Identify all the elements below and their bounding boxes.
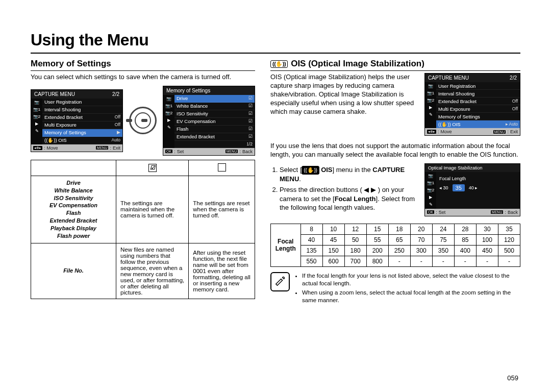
menu-row: User Registration xyxy=(436,82,520,90)
camera1-icon: 📷1 xyxy=(31,107,42,113)
lcd-capture-menu-ois: CAPTURE MENU 2/2 📷 📷1 📷2 ▶ ✎ User Regist xyxy=(424,73,520,136)
menu-row: Flash☑ xyxy=(174,126,255,133)
heading-text: Memory of Settings xyxy=(31,59,111,69)
menu-key-icon: MENU xyxy=(493,130,506,134)
table-row: Focal Length 8101215182024283035 xyxy=(271,224,520,234)
menu-row: ISO Sensitivity☑ xyxy=(174,110,255,118)
lcd-menu-list: User Registration Interval Shooting Exte… xyxy=(42,99,122,144)
menu-row: Multi ExposureOff xyxy=(436,105,520,113)
section-heading-memory: Memory of Settings xyxy=(31,59,255,71)
camera1-icon: 📷1 xyxy=(163,103,174,109)
memory-settings-table: ☑ Drive White Balance ISO Sensitivity EV… xyxy=(31,160,255,299)
menu-row: White Balance☑ xyxy=(174,103,255,110)
play-icon: ▶ xyxy=(425,105,436,111)
setting-name-fileno: File No. xyxy=(31,243,116,299)
menu-pager: 1/2 xyxy=(174,141,255,148)
direction-pad-icon xyxy=(129,107,157,134)
lcd-menu-list: User Registration Interval Shooting Exte… xyxy=(436,82,520,128)
play-icon: ▶ xyxy=(425,194,436,201)
lcd-menu-list: Drive☑ White Balance☑ ISO Sensitivity☑ E… xyxy=(174,95,255,148)
note-item: When using a zoom lens, select the actua… xyxy=(302,289,520,304)
section-heading-ois: ((✋)) OIS (Optical Image Stabilization) xyxy=(270,59,520,71)
focal-panel: Focal Length ◂ 30 35 40 ▸ xyxy=(436,172,520,209)
menu-key-icon: MENU xyxy=(96,146,109,150)
lcd-sidebar: 📷 📷1 📷2 ▶ ✎ xyxy=(425,172,436,209)
menu-key-icon: MENU xyxy=(226,150,238,153)
lcd-footer: OK : Set MENU : Back xyxy=(425,209,520,216)
menu-row: User Registration xyxy=(42,99,122,106)
right-column: ((✋)) OIS (Optical Image Stabilization) … xyxy=(270,59,520,306)
lcd-sidebar: 📷 📷1 📷2 ▶ ✎ xyxy=(425,82,436,128)
lcd-title: Memory of Settings xyxy=(166,88,210,93)
play-icon: ▶ xyxy=(31,121,42,127)
page-title: Using the Menu xyxy=(31,31,520,50)
checked-behavior: The settings are maintained when the cam… xyxy=(116,176,189,243)
menu-row-selected: Memory of Settings▶ xyxy=(42,129,122,137)
column-checked-header: ☑ xyxy=(116,160,189,176)
edit-icon: ✎ xyxy=(31,128,42,134)
lcd-row: CAPTURE MENU 2/2 📷 📷1 📷2 ▶ ✎ User Regist xyxy=(31,86,255,156)
menu-row: Interval Shooting xyxy=(436,90,520,97)
focal-length-label: Focal Length xyxy=(439,175,517,184)
focal-value: 40 ▸ xyxy=(469,185,478,190)
lcd-title: CAPTURE MENU xyxy=(428,75,469,81)
menu-row: Extended BracketOff xyxy=(42,114,122,121)
play-icon: ▶ xyxy=(163,117,174,124)
menu-row: Extended BracketOff xyxy=(436,97,520,105)
ois-hand-icon: ((✋)) xyxy=(302,166,319,175)
camera2-icon: 📷2 xyxy=(163,110,174,116)
lcd-page: 2/2 xyxy=(510,75,517,81)
lcd-capture-menu: CAPTURE MENU 2/2 📷 📷1 📷2 ▶ ✎ User Regist xyxy=(31,89,123,152)
step-1: Select [((✋)) OIS] menu in the CAPTURE M… xyxy=(280,165,417,183)
table-row: Drive White Balance ISO Sensitivity EV C… xyxy=(31,176,255,243)
lcd-footer: OK : Set MENU : Back xyxy=(163,148,255,155)
ok-key-icon: OK xyxy=(427,210,434,214)
camera-icon: 📷 xyxy=(163,96,174,102)
ok-key-icon: OK xyxy=(165,150,172,153)
edit-icon: ✎ xyxy=(425,112,436,118)
table-row: 135150180200250300350400450500 xyxy=(271,245,520,256)
camera2-icon: 📷2 xyxy=(425,187,436,193)
nav-key-icon: ◂⊕▸ xyxy=(33,146,42,150)
lcd-sidebar: 📷 📷1 📷2 ▶ ✎ xyxy=(31,99,42,144)
menu-row: Extended Bracket☑ xyxy=(174,133,255,141)
ois-steps: Select [((✋)) OIS] menu in the CAPTURE M… xyxy=(270,165,417,214)
edit-icon: ✎ xyxy=(425,202,436,208)
left-column: Memory of Settings You can select which … xyxy=(31,59,255,306)
heading-text: OIS (Optical Image Stabilization) xyxy=(291,59,424,69)
menu-row-selected: ((✋)) OIS▸ Auto xyxy=(436,120,520,128)
camera2-icon: 📷2 xyxy=(31,114,42,120)
camera1-icon: 📷1 xyxy=(425,90,436,96)
focal-value-selected: 35 xyxy=(453,184,465,191)
focal-value: ◂ 30 xyxy=(439,185,448,190)
camera-icon: 📷 xyxy=(31,100,42,106)
lcd-page: 2/2 xyxy=(112,91,119,97)
note-callout: If the focal length for your lens is not… xyxy=(270,272,520,306)
ois-lens-note: If you use the lens that does not suppor… xyxy=(270,142,520,159)
lcd-ois-focal: Optical Image Stabilization 📷 📷1 📷2 ▶ ✎ … xyxy=(424,163,520,216)
manual-page: Using the Menu Memory of Settings You ca… xyxy=(31,31,520,306)
checked-behavior: New files are named using numbers that f… xyxy=(116,243,189,299)
page-number: 059 xyxy=(507,374,518,382)
camera2-icon: 📷2 xyxy=(425,97,436,104)
column-unchecked-header xyxy=(189,160,255,176)
setting-names: Drive White Balance ISO Sensitivity EV C… xyxy=(31,176,116,243)
note-item: If the focal length for your lens is not… xyxy=(302,272,520,287)
table-row: 4045505565707585100120 xyxy=(271,234,520,245)
menu-row: ((✋)) OISAuto xyxy=(42,137,122,144)
menu-row: Interval Shooting xyxy=(42,106,122,114)
menu-row: Multi ExposureOff xyxy=(42,121,122,129)
lcd-title: CAPTURE MENU xyxy=(34,91,75,97)
memory-intro: You can select which settings to save wh… xyxy=(31,73,255,82)
ois-hand-icon: ((✋)) xyxy=(270,60,288,68)
lcd-footer: ◂⊕▸ : Move MENU : Exit xyxy=(425,128,520,135)
camera-icon: 📷 xyxy=(425,173,436,179)
unchecked-behavior: After using the reset function, the next… xyxy=(189,243,255,299)
edit-icon: ✎ xyxy=(163,125,174,131)
menu-key-icon: MENU xyxy=(491,210,504,214)
menu-row: Memory of Settings xyxy=(436,113,520,120)
title-divider xyxy=(31,53,520,54)
lcd-title: Optical Image Stabilization xyxy=(428,165,483,170)
focal-length-label: Focal Length xyxy=(271,224,301,266)
step-2: Press the direction buttons ( ◀ ▶ ) on y… xyxy=(280,185,417,212)
